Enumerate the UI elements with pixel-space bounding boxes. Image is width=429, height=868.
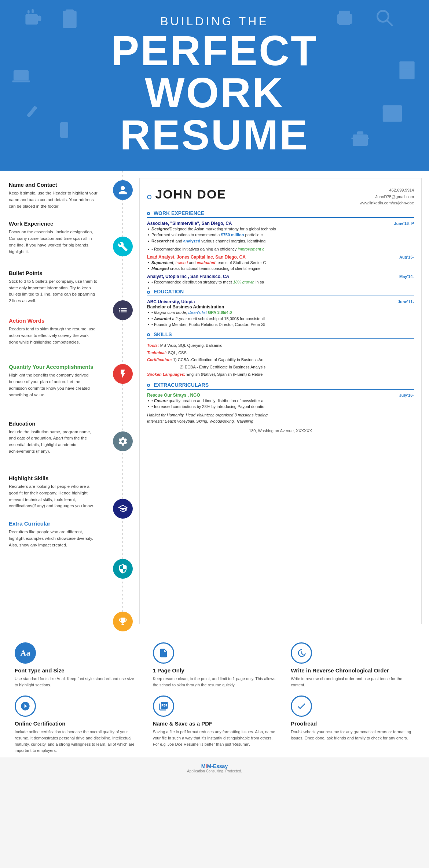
- tip-page-icon-circle: [153, 642, 174, 664]
- title-line1: PERFECT: [111, 30, 318, 72]
- tip-pdf: Name & Save as a PDF Saving a file in pd…: [153, 695, 276, 754]
- skills-lang: Spoken Languages: English (Native), Span…: [147, 371, 414, 378]
- extra-org: Rescue Our Strays , NGO: [147, 393, 200, 398]
- graduation-svg: [118, 504, 128, 514]
- tip-page-title: 1 Page Only: [153, 667, 184, 674]
- svg-point-18: [63, 135, 65, 137]
- svg-point-11: [348, 16, 351, 19]
- tip-pdf-title: Name & Save as a PDF: [153, 720, 213, 727]
- job1-b2: Performed valuations to recommend a $750…: [147, 232, 414, 238]
- section-title-action: Action Words: [9, 318, 98, 324]
- svg-rect-9: [339, 11, 350, 15]
- resume-name: JOHN DOE: [155, 187, 226, 201]
- section-text-action: Readers tend to skim through the resume,…: [9, 326, 98, 345]
- resume-linkedin: www.linkedin.com/us/john-doe: [360, 200, 414, 207]
- svg-rect-28: [353, 134, 368, 146]
- we-bullet: [147, 212, 150, 215]
- person-svg: [118, 185, 128, 195]
- extra-org-row: Rescue Our Strays , NGO July'16-: [147, 393, 414, 398]
- title-line2: WORK: [111, 72, 318, 114]
- section-text-work-exp: Focus on the essentials. Include designa…: [9, 229, 98, 255]
- left-panel: Name and Contact Keep it simple, use the…: [0, 171, 106, 631]
- svg-rect-20: [399, 62, 414, 79]
- tip-proof-icon-circle: [291, 695, 312, 717]
- section-title-extra: Extra Curricular: [9, 520, 98, 527]
- edu-date: June'11-: [398, 300, 414, 304]
- tip-chrono-title: Write in Reverse Chronological Order: [291, 667, 389, 674]
- left-section-name-contact: Name and Contact Keep it simple, use the…: [9, 182, 98, 209]
- trophy-svg: [118, 616, 128, 627]
- brand-name: M: [201, 763, 206, 769]
- job3-b1: • Recommended distribution strategy to m…: [147, 279, 414, 285]
- left-section-action: Action Words Readers tend to skim throug…: [9, 318, 98, 345]
- svg-rect-1: [38, 16, 41, 21]
- job1-b1: DesignedDesigned the Asian marketing str…: [147, 226, 414, 232]
- browser-icon: [381, 103, 403, 125]
- section-text-name-contact: Keep it simple, use the Header to highli…: [9, 190, 98, 209]
- list-svg: [118, 305, 128, 315]
- tip-font-icon-circle: Aa: [15, 642, 36, 664]
- tip-cert-icon-circle: [15, 695, 36, 717]
- tip-proof-title: Proofread: [291, 720, 317, 727]
- skills-tools: Tools: MS Visio, SQL Querying, Balsamiq: [147, 342, 414, 349]
- title-line3: RESUME: [111, 114, 318, 156]
- tip-proof: Proofread Double-check your resume for a…: [291, 695, 414, 754]
- job1-row: Associate, "Simmerville", San Diego, CA …: [147, 221, 414, 226]
- pencil-icon: [22, 103, 40, 121]
- resume-email: JohnD75@gmail.com: [360, 194, 414, 200]
- name-bullet: [147, 195, 151, 199]
- svg-rect-0: [25, 14, 38, 25]
- tip-font-text: Use standard fonts like Arial. Keep font…: [15, 676, 138, 688]
- section-title-education: Education: [9, 420, 98, 427]
- pdf-icon: [158, 701, 169, 711]
- briefcase-icon: [350, 128, 370, 148]
- resume-phone: 452.699.9914: [360, 187, 414, 194]
- job2-row: Lead Analyst, Jones Capital Inc, San Die…: [147, 255, 414, 260]
- check-icon: [296, 701, 307, 711]
- svg-rect-15: [12, 81, 30, 82]
- svg-rect-3: [32, 9, 34, 13]
- svg-rect-16: [27, 106, 37, 118]
- main-body: Name and Contact Keep it simple, use the…: [0, 171, 429, 631]
- svg-rect-23: [402, 71, 409, 72]
- svg-point-27: [389, 107, 391, 109]
- section-title-skills: Highlight Skills: [9, 475, 98, 481]
- section-title-work-exp: Work Experience: [9, 220, 98, 227]
- tip-cert-title: Online Certification: [15, 720, 65, 727]
- icon-trophy: [113, 612, 133, 631]
- job1-b4: • Recommended initiatives gaining an eff…: [147, 246, 414, 252]
- edu-title: EDUCATION: [147, 289, 414, 296]
- svg-rect-19: [62, 124, 67, 125]
- section-text-quantify: Highlight the benefits the company deriv…: [9, 372, 98, 398]
- page-icon: [158, 648, 169, 658]
- left-section-extra: Extra Curricular Recruiters like people …: [9, 520, 98, 548]
- edu-b3: • Founding Member, Public Relations Dire…: [147, 322, 414, 328]
- section-title-name-contact: Name and Contact: [9, 182, 98, 188]
- svg-rect-29: [351, 138, 369, 139]
- resume-contact: 452.699.9914 JohnD75@gmail.com www.linke…: [360, 187, 414, 207]
- header-title: PERFECT WORK RESUME: [111, 30, 318, 156]
- job3-date: May'14-: [399, 274, 414, 279]
- svg-rect-21: [402, 66, 412, 67]
- svg-rect-7: [65, 19, 73, 20]
- skills-technical: Technical: SQL, CSS: [147, 349, 414, 357]
- left-section-skills: Highlight Skills Recruiters are looking …: [9, 475, 98, 509]
- connector-area: [106, 171, 139, 631]
- tools-svg: [118, 241, 128, 252]
- skills-bullet: [147, 333, 150, 336]
- header-subtitle: BUILDING THE: [160, 15, 268, 28]
- resume-address: 180, Washington Avenue, XXXXXX: [147, 429, 414, 433]
- search-icon: [374, 7, 396, 29]
- job1-title: Associate, "Simmerville", San Diego, CA: [147, 221, 232, 226]
- svg-rect-22: [402, 68, 412, 69]
- svg-rect-14: [14, 70, 29, 81]
- chrono-icon: [296, 648, 307, 658]
- font-icon-text: Aa: [21, 648, 30, 658]
- icon-lightning: [113, 364, 133, 384]
- icon-person: [113, 180, 133, 200]
- resume-panel: JOHN DOE 452.699.9914 JohnD75@gmail.com …: [139, 178, 422, 624]
- tip-pdf-icon-circle: [153, 695, 174, 717]
- skills-title: SKILLS: [147, 331, 414, 339]
- section-text-extra: Recruiters like people who are different…: [9, 529, 98, 548]
- notepad-icon: [396, 59, 418, 81]
